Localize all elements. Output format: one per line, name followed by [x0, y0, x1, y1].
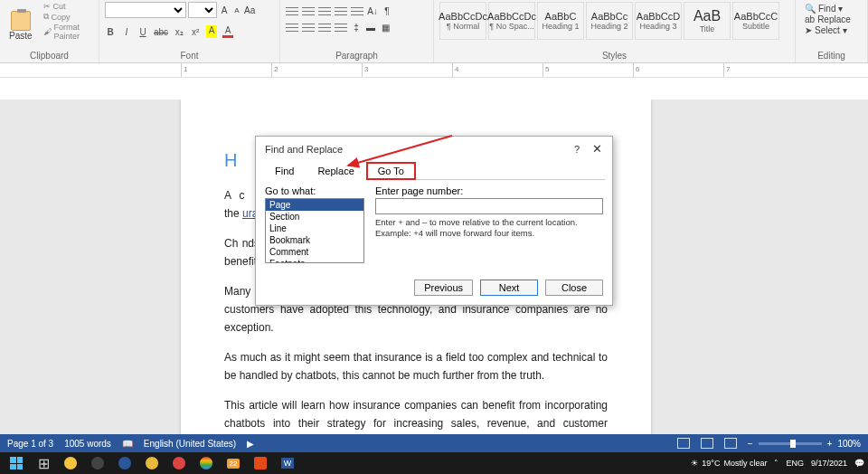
- macro-icon[interactable]: ▶: [247, 439, 254, 449]
- style-gallery-item[interactable]: AaBbCHeading 1: [537, 2, 584, 40]
- font-size-select[interactable]: [188, 2, 217, 18]
- font-color-button[interactable]: A: [222, 25, 233, 38]
- font-family-select[interactable]: [105, 2, 186, 18]
- tray-date[interactable]: 9/17/2021: [811, 459, 847, 468]
- paste-icon: [11, 11, 31, 31]
- style-gallery-item[interactable]: AaBbCcDHeading 3: [635, 2, 682, 40]
- print-layout-button[interactable]: [701, 438, 713, 449]
- goto-list-item[interactable]: Line: [266, 223, 363, 234]
- decrease-indent-button[interactable]: [335, 5, 347, 16]
- change-case-button[interactable]: Aa: [244, 5, 255, 15]
- enter-page-label: Enter page number:: [375, 185, 603, 196]
- show-marks-button[interactable]: ¶: [382, 6, 392, 16]
- previous-button[interactable]: Previous: [414, 280, 473, 296]
- taskbar-app[interactable]: [248, 454, 273, 472]
- status-language[interactable]: English (United States): [144, 439, 236, 449]
- style-gallery-item[interactable]: AaBbCcDc¶ Normal: [439, 2, 486, 40]
- shrink-font-button[interactable]: A: [231, 6, 242, 14]
- find-button[interactable]: 🔍Find ▾: [805, 4, 858, 14]
- status-page[interactable]: Page 1 of 3: [7, 439, 53, 449]
- zoom-percent[interactable]: 100%: [837, 439, 861, 449]
- read-mode-button[interactable]: [677, 438, 690, 449]
- task-view-button[interactable]: ⊞: [31, 454, 56, 472]
- word-icon: W: [281, 458, 295, 469]
- web-layout-button[interactable]: [724, 438, 737, 449]
- italic-button[interactable]: I: [121, 27, 132, 37]
- scissors-icon: ✂: [43, 2, 51, 11]
- tray-chevron-icon[interactable]: ˄: [774, 459, 778, 468]
- style-gallery-item[interactable]: AaBTitle: [684, 2, 731, 40]
- font-group-label: Font: [105, 49, 274, 61]
- numbering-button[interactable]: [302, 5, 315, 16]
- enter-page-input[interactable]: [375, 198, 603, 214]
- start-button[interactable]: [4, 454, 29, 472]
- dialog-tab-goto[interactable]: Go To: [366, 162, 416, 180]
- notifications-icon[interactable]: 💬: [854, 459, 864, 468]
- replace-button[interactable]: abReplace: [805, 14, 858, 24]
- chrome-icon: [200, 457, 212, 469]
- strike-button[interactable]: abc: [154, 27, 168, 37]
- spellcheck-icon[interactable]: 📖: [122, 439, 133, 449]
- format-painter-button[interactable]: 🖌Format Painter: [43, 23, 93, 41]
- weather-icon: ☀: [691, 459, 698, 468]
- goto-what-list[interactable]: PageSectionLineBookmarkCommentFootnote: [265, 198, 364, 263]
- horizontal-ruler[interactable]: 12 34 56 7: [0, 63, 868, 78]
- taskbar-app[interactable]: [193, 454, 219, 472]
- paste-button[interactable]: Paste: [5, 2, 36, 49]
- goto-list-item[interactable]: Section: [266, 211, 363, 223]
- bold-button[interactable]: B: [105, 27, 116, 37]
- zoom-slider[interactable]: [759, 442, 822, 445]
- dialog-tab-find[interactable]: Find: [263, 162, 306, 180]
- align-left-button[interactable]: [286, 22, 298, 33]
- document-paragraph: As much as it might seem that insurance …: [224, 348, 608, 385]
- zoom-in-button[interactable]: +: [827, 439, 833, 449]
- align-center-button[interactable]: [302, 22, 315, 33]
- shading-button[interactable]: ▬: [365, 23, 376, 33]
- dialog-tab-replace[interactable]: Replace: [306, 162, 365, 180]
- next-button[interactable]: Next: [480, 280, 538, 296]
- goto-list-item[interactable]: Footnote: [266, 258, 363, 263]
- increase-indent-button[interactable]: [351, 5, 363, 16]
- status-wordcount[interactable]: 1005 words: [64, 439, 111, 449]
- subscript-button[interactable]: x₂: [174, 27, 184, 37]
- taskbar-app[interactable]: 22: [221, 454, 246, 472]
- tray-lang[interactable]: ENG: [786, 459, 804, 468]
- align-right-button[interactable]: [318, 22, 331, 33]
- bullets-button[interactable]: [286, 5, 298, 16]
- style-gallery-item[interactable]: AaBbCcHeading 2: [586, 2, 633, 40]
- highlight-button[interactable]: A: [206, 25, 217, 38]
- taskbar-app[interactable]: W: [275, 454, 300, 472]
- style-gallery-item[interactable]: AaBbCcDc¶ No Spac...: [488, 2, 535, 40]
- dialog-help-button[interactable]: ?: [571, 144, 583, 155]
- select-button[interactable]: ➤Select ▾: [805, 25, 858, 35]
- borders-button[interactable]: ▦: [380, 23, 391, 33]
- taskbar-app[interactable]: [139, 454, 165, 472]
- close-button[interactable]: Close: [545, 280, 603, 296]
- taskbar-app[interactable]: [85, 454, 110, 472]
- grow-font-button[interactable]: A: [219, 5, 230, 15]
- justify-button[interactable]: [335, 22, 347, 33]
- weather-widget[interactable]: ☀ 19°C Mostly clear: [691, 459, 767, 468]
- taskbar-app[interactable]: [112, 454, 137, 472]
- superscript-button[interactable]: x²: [190, 27, 201, 37]
- app-icon: 22: [227, 459, 241, 469]
- line-spacing-button[interactable]: ‡: [351, 23, 362, 33]
- weather-text: Mostly clear: [723, 459, 767, 468]
- taskbar-app[interactable]: [166, 454, 192, 472]
- underline-button[interactable]: U: [137, 27, 148, 37]
- multilevel-button[interactable]: [318, 5, 331, 16]
- zoom-out-button[interactable]: −: [748, 439, 753, 449]
- goto-list-item[interactable]: Comment: [266, 246, 363, 258]
- group-paragraph: A↓ ¶ ‡ ▬ ▦ Paragraph: [280, 0, 434, 62]
- goto-list-item[interactable]: Bookmark: [266, 234, 363, 246]
- cut-button[interactable]: ✂Cut: [43, 2, 93, 11]
- copy-button[interactable]: ⧉Copy: [43, 12, 93, 22]
- zoom-control[interactable]: − + 100%: [748, 439, 861, 449]
- vlc-icon: [254, 457, 267, 469]
- dialog-close-button[interactable]: ✕: [590, 142, 603, 156]
- style-gallery-item[interactable]: AaBbCcCSubtitle: [732, 2, 779, 40]
- taskbar-app[interactable]: [58, 454, 83, 472]
- sort-button[interactable]: A↓: [367, 6, 378, 16]
- goto-hint-text: Enter + and – to move relative to the cu…: [375, 217, 603, 240]
- goto-list-item[interactable]: Page: [266, 199, 363, 211]
